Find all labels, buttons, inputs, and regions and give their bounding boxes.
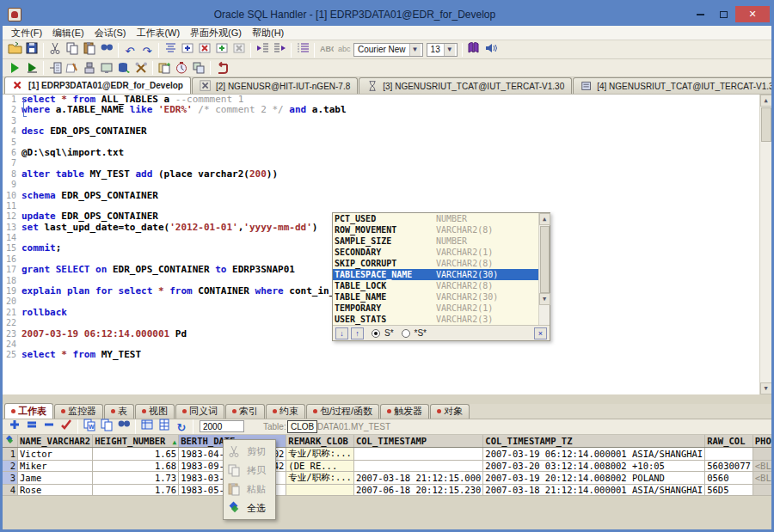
scroll-thumb[interactable]	[540, 226, 550, 293]
close-red-icon[interactable]	[12, 78, 25, 94]
session-tab[interactable]: [2] NGENUSR@HIT-IUT-nGEN-7.8	[192, 77, 358, 94]
session-icon[interactable]	[580, 78, 593, 94]
cell-name_varchar2[interactable]: Jame	[18, 471, 93, 484]
menu-item[interactable]: 帮助(H)	[247, 27, 289, 40]
panel-tab-6[interactable]: 约束	[266, 404, 305, 419]
cell-height_number[interactable]: 1.65	[93, 447, 179, 460]
menu-item[interactable]: 工作表(W)	[131, 27, 185, 40]
cell-remark_clob[interactable]: 专业/职称:...	[286, 471, 354, 484]
editor-line[interactable]: 10schema EDR_OPS_CONTAINER	[3, 191, 771, 201]
splitter[interactable]	[3, 394, 771, 404]
cell-photo_blob[interactable]: <BLOB>	[752, 471, 774, 484]
autocomplete-item[interactable]: PCT_USEDNUMBER	[333, 213, 538, 224]
cell-photo_blob[interactable]: <BLOB>	[752, 460, 774, 471]
row-number[interactable]: 1	[3, 447, 18, 460]
cell-clear-icon[interactable]	[230, 40, 248, 56]
autocomplete-item[interactable]: SECONDARYVARCHAR2(1)	[333, 247, 538, 258]
scroll-thumb[interactable]	[761, 107, 771, 142]
move-up-button[interactable]: ↑	[351, 327, 364, 339]
cell-raw_col[interactable]: 56D5	[705, 484, 753, 495]
cell-delete-icon[interactable]	[196, 40, 213, 56]
grid-corner[interactable]	[3, 435, 18, 448]
open-icon[interactable]	[6, 40, 23, 56]
editor-line[interactable]: 4desc EDR_OPS_CONTAINER	[3, 126, 771, 137]
panel-tab-worksheet[interactable]: 工作表	[4, 403, 53, 419]
back-icon[interactable]	[213, 60, 230, 76]
editor-line[interactable]: 25select * from MY_TEST	[3, 350, 771, 360]
minimize-button[interactable]	[689, 6, 711, 22]
dup-row-icon[interactable]	[23, 418, 40, 431]
panel-tab-4[interactable]: 同义词	[175, 404, 224, 419]
cell-height_number[interactable]: 1.76	[93, 484, 179, 495]
session-tab[interactable]: [4] NGENUSRIUT_TCAT@IUT_TERCAT-V1.30	[573, 77, 774, 94]
undo-icon[interactable]: ↶	[121, 43, 138, 58]
scroll-down-icon[interactable]: ▼	[539, 293, 550, 305]
column-header-col_timestamp_tz[interactable]: COL_TIMESTAMP_TZ	[483, 435, 705, 448]
cell-name_varchar2[interactable]: Miker	[18, 460, 93, 471]
sql-editor[interactable]: ▲ ▼ 1select * from ALL_TABLES a --commme…	[3, 95, 771, 394]
maximize-button[interactable]	[712, 6, 734, 22]
panel-tab-5[interactable]: 索引	[225, 404, 265, 419]
autocomplete-item[interactable]: TABLE_LOCKVARCHAR2(8)	[333, 280, 538, 291]
edit-script-icon[interactable]	[64, 60, 81, 76]
cell-col_timestamp_tz[interactable]: 2007-03-20 03:12:14.008002 +10:05	[483, 460, 705, 471]
panel-tab-8[interactable]: 触发器	[380, 404, 429, 419]
scroll-up-icon[interactable]: ▲	[760, 95, 772, 107]
popup-close-button[interactable]: ×	[534, 327, 547, 339]
column-header-col_timestamp[interactable]: COL_TIMESTAMP	[353, 435, 482, 448]
add-row-icon[interactable]	[6, 418, 23, 431]
table-row[interactable]: 3Jame1.731983-03-专业/职称:...2007-03-18 21:…	[3, 471, 774, 484]
cell-height_number[interactable]: 1.73	[93, 471, 179, 484]
font-size-select[interactable]: 13▼	[427, 43, 458, 57]
indent-left-icon[interactable]	[254, 40, 271, 56]
row-number[interactable]: 3	[3, 471, 18, 484]
move-down-button[interactable]: ↓	[335, 327, 348, 339]
cell-name_varchar2[interactable]: Rose	[18, 484, 93, 495]
cell-col_timestamp[interactable]: 2007-06-18 20:12:15.230	[353, 484, 482, 495]
cell-col_timestamp_tz[interactable]: 2007-03-19 20:12:14.008002 POLAND	[483, 471, 705, 484]
dictionary-icon[interactable]	[465, 40, 482, 56]
cell-remark_clob[interactable]	[286, 484, 354, 495]
cell-col_timestamp_tz[interactable]: 2007-03-18 21:12:14.000001 ASIA/SHANGHAI	[483, 484, 705, 495]
close-gray-icon[interactable]	[200, 78, 212, 94]
find-icon[interactable]	[98, 40, 115, 56]
match-contains-radio[interactable]	[402, 329, 410, 338]
autocomplete-item[interactable]: TEMPORARYVARCHAR2(1)	[333, 303, 538, 314]
cell-raw_col[interactable]	[705, 447, 753, 460]
row-number[interactable]: 4	[3, 484, 18, 495]
copy-rows-icon[interactable]	[98, 418, 115, 431]
speaker-icon[interactable]	[482, 40, 500, 56]
copy-special-icon[interactable]	[156, 60, 173, 76]
autocomplete-item[interactable]: TABLESPACE_NAMEVARCHAR2(30)	[333, 269, 538, 280]
batch-icon[interactable]	[81, 60, 98, 76]
compare-icon[interactable]	[190, 60, 207, 76]
cut-icon[interactable]	[46, 40, 64, 56]
match-start-radio[interactable]	[372, 329, 380, 338]
copy-headers-icon[interactable]: W	[81, 418, 98, 431]
columns-icon[interactable]	[156, 418, 173, 431]
panel-tab-3[interactable]: 视图	[135, 404, 175, 419]
table-row[interactable]: 1Victor1.651983-04-04 05:35:02专业/职称:...2…	[3, 447, 774, 460]
column-header-photo_blob[interactable]: PHOTO_BLOB	[752, 435, 774, 448]
table-row[interactable]: 4Rose1.761983-05-2007-06-18 20:12:15.230…	[3, 484, 774, 495]
table-row[interactable]: 2Miker1.681983-09-05 17:23:42(DE RE...20…	[3, 460, 774, 471]
uppercase-icon[interactable]: ABC	[317, 40, 335, 56]
close-button[interactable]: ✕	[735, 6, 770, 22]
menu-item[interactable]: 编辑(E)	[47, 27, 89, 40]
panel-tab-7[interactable]: 包/过程/函数	[306, 404, 379, 419]
cell-col_timestamp_tz[interactable]: 2007-03-19 06:12:14.000001 ASIA/SHANGHAI	[483, 447, 705, 460]
cell-name_varchar2[interactable]: Victor	[18, 447, 93, 460]
cell-col_timestamp[interactable]	[353, 447, 482, 460]
cell-col_timestamp[interactable]: 2007-03-18 21:12:15.000	[353, 471, 482, 484]
editor-line[interactable]: 6@D:\sql\import.txt	[3, 148, 771, 158]
autocomplete-item[interactable]: USER_STATSVARCHAR2(3)	[333, 314, 538, 325]
autocomplete-item[interactable]: SKIP_CORRUPTVARCHAR2(8)	[333, 258, 538, 269]
save-icon[interactable]	[23, 40, 40, 56]
editor-line[interactable]: 8alter table MY_TEST add (place varchar2…	[3, 169, 771, 180]
context-menu-item[interactable]: 全选	[224, 498, 275, 517]
cell-col_timestamp[interactable]	[353, 460, 482, 471]
cell-insert-icon[interactable]	[179, 40, 196, 56]
cell-raw_col[interactable]: 0560	[705, 471, 753, 484]
session-tab[interactable]: [1] EDRP3DATA01@EDR_for_Develop	[4, 76, 191, 94]
column-header-name_varchar2[interactable]: NAME_VARCHAR2	[18, 435, 93, 448]
